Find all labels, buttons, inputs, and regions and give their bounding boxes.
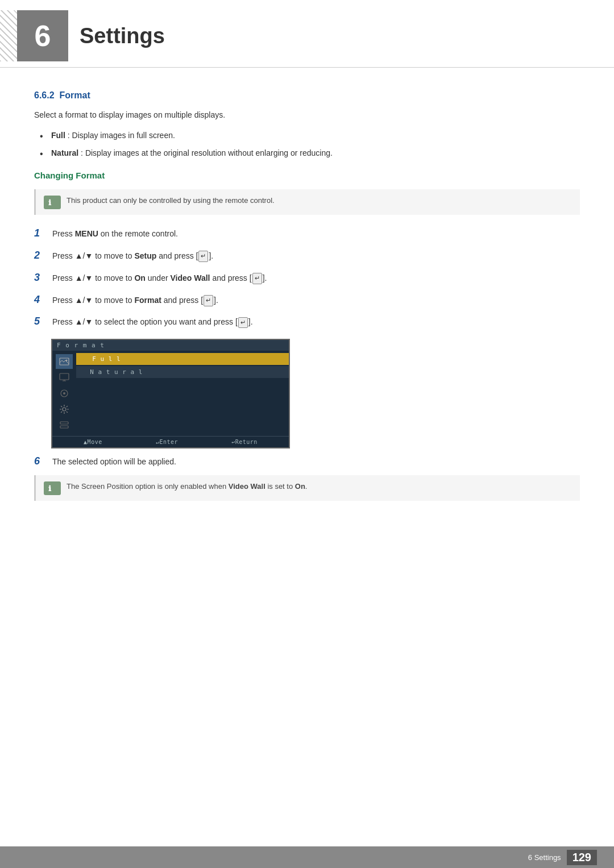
note-icon-1: ℹ bbox=[44, 196, 61, 209]
step4-keyword: Format bbox=[134, 296, 161, 305]
menu-option-natural-text: N a t u r a l bbox=[82, 368, 143, 376]
menu-sidebar: ✓ F u l l N a t u r a l bbox=[52, 351, 289, 436]
enter-key-icon-2: ↵ bbox=[252, 273, 262, 284]
list-item: Natural : Display images at the original… bbox=[40, 147, 580, 159]
note-icon-2: ℹ bbox=[44, 481, 61, 495]
chapter-number-text: 6 bbox=[35, 19, 51, 53]
svg-point-7 bbox=[63, 408, 66, 411]
step2-keyword: Setup bbox=[134, 251, 156, 260]
step3-keyword-on: On bbox=[134, 273, 145, 283]
menu-left-icons bbox=[52, 351, 76, 436]
section-title: Format bbox=[59, 90, 90, 100]
enter-key-icon-4: ↵ bbox=[238, 317, 248, 329]
section-description: Select a format to display images on mul… bbox=[34, 109, 580, 121]
section-id: 6.6.2 bbox=[34, 90, 55, 100]
step1-keyword: MENU bbox=[75, 229, 98, 238]
bullet-keyword-1: Full bbox=[51, 131, 65, 140]
bullet-keyword-2: Natural bbox=[51, 148, 78, 157]
step-2: 2 Press ▲/▼ to move to Setup and press [… bbox=[34, 247, 580, 264]
svg-rect-0 bbox=[44, 196, 61, 209]
subsection-heading: Changing Format bbox=[34, 171, 580, 180]
note-box-1: ℹ This product can only be controlled by… bbox=[34, 189, 580, 215]
note-text-2: The Screen Position option is only enabl… bbox=[67, 481, 307, 492]
chapter-number: 6 bbox=[17, 10, 68, 61]
menu-icon-5 bbox=[56, 418, 73, 433]
svg-point-3 bbox=[66, 360, 68, 362]
bullet-list: Full : Display images in full screen. Na… bbox=[34, 129, 580, 159]
step-6-text: The selected option will be applied. bbox=[52, 457, 176, 466]
menu-bottom-return: ↩Return bbox=[231, 439, 258, 445]
footer-label: 6 Settings bbox=[528, 853, 561, 862]
note2-on: On bbox=[295, 482, 305, 491]
menu-monitor-icon bbox=[59, 372, 69, 383]
svg-rect-10 bbox=[44, 481, 61, 495]
svg-rect-9 bbox=[60, 426, 68, 428]
list-item: Full : Display images in full screen. bbox=[40, 129, 580, 142]
menu-bottom-move: ▲Move bbox=[84, 439, 102, 445]
menu-bottom-bar: ▲Move ↵Enter ↩Return bbox=[52, 436, 289, 447]
bullet-text-2: : Display images at the original resolut… bbox=[78, 148, 333, 157]
menu-icon-2 bbox=[56, 370, 73, 385]
menu-bottom-enter: ↵Enter bbox=[156, 439, 178, 445]
menu-title-text: F o r m a t bbox=[57, 342, 105, 349]
note-box-2: ℹ The Screen Position option is only ena… bbox=[34, 475, 580, 501]
menu-option-full: ✓ F u l l bbox=[76, 353, 289, 365]
step-3: 3 Press ▲/▼ to move to On under Video Wa… bbox=[34, 269, 580, 286]
footer-page-number: 129 bbox=[567, 850, 597, 865]
step3-keyword-vw: Video Wall bbox=[170, 273, 210, 283]
step-4: 4 Press ▲/▼ to move to Format and press … bbox=[34, 292, 580, 308]
menu-gear-icon bbox=[59, 404, 69, 414]
menu-checkmark: ✓ bbox=[82, 355, 86, 363]
steps-list: 1 Press MENU on the remote control. 2 Pr… bbox=[34, 225, 580, 330]
chapter-title: Settings bbox=[80, 24, 165, 48]
enter-key-icon-3: ↵ bbox=[204, 295, 213, 306]
menu-icon-3 bbox=[56, 386, 73, 401]
menu-circle-icon bbox=[59, 388, 69, 398]
section-heading: 6.6.2 Format bbox=[34, 90, 580, 101]
menu-title-bar: F o r m a t bbox=[52, 340, 289, 351]
chapter-header: 6 Settings bbox=[0, 0, 614, 68]
bullet-text-1: : Display images in full screen. bbox=[65, 131, 175, 140]
note2-vw: Video Wall bbox=[229, 482, 265, 491]
menu-screenshot: F o r m a t bbox=[51, 339, 290, 448]
step-1: 1 Press MENU on the remote control. bbox=[34, 225, 580, 242]
menu-picture-icon bbox=[59, 356, 69, 367]
menu-right-content: ✓ F u l l N a t u r a l bbox=[76, 351, 289, 436]
menu-layers-icon bbox=[59, 420, 69, 430]
page-footer: 6 Settings 129 bbox=[0, 846, 614, 868]
menu-icon-1 bbox=[56, 354, 73, 369]
menu-option-natural: N a t u r a l bbox=[76, 366, 289, 378]
svg-rect-8 bbox=[60, 422, 68, 424]
main-content: 6.6.2 Format Select a format to display … bbox=[0, 68, 614, 545]
menu-option-full-text: F u l l bbox=[92, 355, 121, 363]
enter-key-icon: ↵ bbox=[198, 251, 208, 262]
step-5: 5 Press ▲/▼ to select the option you wan… bbox=[34, 313, 580, 330]
svg-rect-4 bbox=[60, 373, 69, 380]
note-text-1: This product can only be controlled by u… bbox=[67, 195, 275, 206]
step-6: 6 The selected option will be applied. bbox=[34, 455, 580, 467]
menu-icon-4 bbox=[56, 402, 73, 417]
svg-point-6 bbox=[63, 392, 65, 394]
